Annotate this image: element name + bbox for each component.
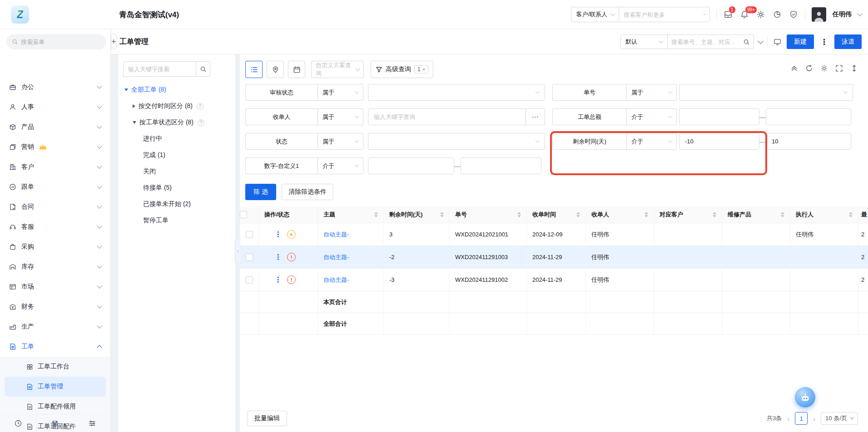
- tree-node-by-delivery-time[interactable]: 按交付时间区分 (8)?: [118, 98, 235, 114]
- filter-operator-select[interactable]: 属于: [318, 84, 363, 101]
- range-from-input[interactable]: [368, 158, 454, 174]
- panel-collapse-handle[interactable]: ‹: [235, 238, 240, 264]
- table-row[interactable]: ⋮! 自动主题- -3 WXD202411291002 2024-11-29 任…: [240, 269, 868, 291]
- subject-link[interactable]: 自动主题-: [323, 276, 349, 284]
- gear-icon[interactable]: [820, 64, 828, 72]
- search-icon[interactable]: [704, 11, 705, 18]
- pie-chart-icon[interactable]: [772, 10, 782, 20]
- filter-value-select[interactable]: [368, 133, 545, 150]
- sidebar-item-marketing[interactable]: 营销: [0, 137, 110, 157]
- col-header-executor[interactable]: 执行人: [790, 206, 858, 223]
- col-header-order-no[interactable]: 单号: [450, 206, 527, 223]
- more-options-icon[interactable]: ⋯: [526, 108, 545, 125]
- lane-button[interactable]: 泳道: [834, 34, 862, 49]
- tree-node-paused[interactable]: 暂停工单: [118, 212, 235, 229]
- sidebar-item-inventory[interactable]: 库存: [0, 257, 110, 277]
- filter-submit-button[interactable]: 筛 选: [245, 184, 276, 200]
- calendar-view-button[interactable]: [288, 61, 305, 78]
- tree-node-accepted-not-started[interactable]: 已接单未开始 (2): [118, 196, 235, 212]
- expander-closed-icon[interactable]: [133, 104, 135, 108]
- sidebar-item-hr[interactable]: 人事: [0, 97, 110, 117]
- col-header-receiver[interactable]: 收单人: [586, 206, 654, 223]
- filter-keyword-input[interactable]: [368, 109, 526, 125]
- table-row[interactable]: ⋮! 自动主题- -2 WXD202411291003 2024-11-29 任…: [240, 246, 868, 269]
- batch-edit-button[interactable]: 批量编辑: [247, 411, 287, 426]
- user-menu-chevron-icon[interactable]: [857, 11, 862, 16]
- history-icon[interactable]: [0, 414, 36, 432]
- help-icon[interactable]: ?: [198, 119, 204, 126]
- tree-node-by-status[interactable]: 按工单状态区分 (8)?: [118, 114, 235, 131]
- more-actions-kebab-icon[interactable]: ⋮: [818, 38, 830, 46]
- gear-icon[interactable]: [756, 10, 766, 20]
- sidebar-item-office[interactable]: 办公: [0, 77, 110, 97]
- table-row[interactable]: ⋮▶ 自动主题- 3 WXD202412021001 2024-12-09 任明…: [240, 223, 868, 246]
- filter-operator-select[interactable]: 属于: [318, 133, 363, 150]
- row-checkbox[interactable]: [246, 231, 253, 238]
- collapse-up-icon[interactable]: [790, 64, 798, 72]
- close-icon[interactable]: ×: [422, 67, 425, 72]
- fullscreen-icon[interactable]: [835, 64, 843, 72]
- bell-icon[interactable]: 99+: [739, 10, 749, 20]
- add-menu-button[interactable]: +: [111, 34, 117, 49]
- col-header-customer[interactable]: 对应客户: [654, 206, 722, 223]
- panel-icon[interactable]: [74, 414, 110, 432]
- sidebar-item-workorder[interactable]: 工单: [0, 337, 110, 357]
- row-actions-kebab-icon[interactable]: ⋮: [274, 254, 282, 261]
- order-search-input[interactable]: [671, 39, 743, 45]
- global-search-scope-select[interactable]: 客户/联系人: [571, 7, 619, 22]
- range-from-input[interactable]: [680, 109, 759, 125]
- warning-circle-icon[interactable]: !: [287, 275, 296, 284]
- range-to-input[interactable]: [766, 109, 851, 125]
- sidebar-item-service[interactable]: 客服: [0, 217, 110, 237]
- select-all-checkbox[interactable]: [240, 211, 247, 218]
- filter-operator-select[interactable]: 介于: [627, 133, 677, 150]
- tree-node-closed[interactable]: 关闭: [118, 163, 235, 180]
- col-header-repair-product[interactable]: 维修产品: [722, 206, 790, 223]
- warning-circle-icon[interactable]: !: [287, 253, 296, 261]
- user-avatar[interactable]: [812, 7, 826, 22]
- filter-operator-select[interactable]: 属于: [627, 84, 677, 101]
- global-search-input[interactable]: [624, 11, 704, 18]
- advanced-query-chip[interactable]: 高级查询 1×: [371, 61, 433, 78]
- expander-open-icon[interactable]: [133, 121, 136, 124]
- sidebar-item-contract[interactable]: 合同: [0, 197, 110, 217]
- menu-search-input[interactable]: [21, 39, 101, 45]
- user-name[interactable]: 任明伟: [833, 10, 852, 19]
- filter-operator-select[interactable]: 属于: [318, 108, 363, 125]
- sidebar-item-finance[interactable]: 财务: [0, 297, 110, 317]
- col-header-received-time[interactable]: 收单时间: [527, 206, 586, 223]
- tree-search-button[interactable]: [196, 61, 210, 77]
- row-checkbox[interactable]: [246, 276, 253, 284]
- row-actions-kebab-icon[interactable]: ⋮: [274, 231, 282, 238]
- shield-icon[interactable]: [789, 10, 799, 20]
- map-view-button[interactable]: [267, 61, 284, 78]
- ai-assistant-button[interactable]: [795, 387, 815, 407]
- subject-link[interactable]: 自动主题-: [323, 231, 349, 239]
- page-size-select[interactable]: 10 条/页: [821, 412, 858, 425]
- filter-value-select[interactable]: [679, 84, 853, 101]
- tree-node-completed[interactable]: 完成 (1): [118, 147, 235, 163]
- remaining-from-input[interactable]: [680, 133, 759, 149]
- filter-operator-select[interactable]: 介于: [627, 108, 677, 125]
- next-page-icon[interactable]: ›: [812, 415, 816, 422]
- sidebar-item-followup[interactable]: 跟单: [0, 177, 110, 197]
- sidebar-item-product[interactable]: 产品: [0, 117, 110, 137]
- expand-search-chevron-icon[interactable]: [758, 38, 764, 44]
- search-icon[interactable]: [743, 39, 750, 45]
- sidebar-item-production[interactable]: 生产: [0, 317, 110, 337]
- advanced-query-count[interactable]: 1×: [414, 65, 428, 74]
- sidebar-item-workorder-management[interactable]: 工单管理: [5, 377, 106, 397]
- app-logo[interactable]: Z: [11, 5, 29, 24]
- new-button[interactable]: 新建: [787, 34, 814, 49]
- play-circle-icon[interactable]: ▶: [287, 230, 296, 239]
- scheme-query-select[interactable]: 自定义方案查询: [311, 61, 364, 78]
- current-page-button[interactable]: 1: [795, 412, 808, 425]
- filter-operator-select[interactable]: 介于: [318, 157, 363, 174]
- tree-node-in-progress[interactable]: 进行中: [118, 131, 235, 147]
- tree-node-all[interactable]: 全部工单 (8): [118, 82, 235, 98]
- tree-search-input[interactable]: [123, 61, 196, 77]
- range-to-input[interactable]: [461, 158, 541, 174]
- expander-open-icon[interactable]: [124, 88, 128, 91]
- sidebar-item-customer[interactable]: 客户: [0, 157, 110, 177]
- prev-page-icon[interactable]: ‹: [786, 415, 790, 422]
